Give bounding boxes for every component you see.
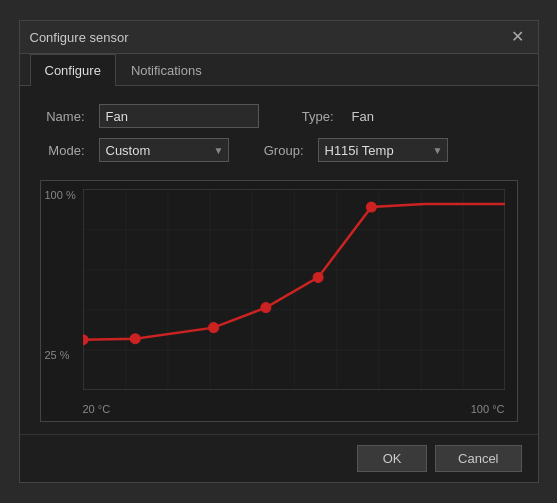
cancel-button[interactable]: Cancel: [435, 445, 521, 472]
configure-sensor-dialog: Configure sensor ✕ Configure Notificatio…: [19, 20, 539, 483]
tab-notifications[interactable]: Notifications: [116, 54, 217, 86]
tab-configure[interactable]: Configure: [30, 54, 116, 86]
x-min-label: 20 °C: [83, 403, 111, 415]
dialog-title: Configure sensor: [30, 30, 129, 45]
title-bar: Configure sensor ✕: [20, 21, 538, 54]
group-select[interactable]: H115i Temp CPU Temp GPU Temp: [318, 138, 448, 162]
close-button[interactable]: ✕: [508, 27, 528, 47]
svg-rect-0: [83, 189, 505, 390]
chart-svg: [83, 189, 505, 390]
name-label: Name:: [40, 109, 85, 124]
tab-bar: Configure Notifications: [20, 54, 538, 86]
name-input[interactable]: [99, 104, 259, 128]
fan-curve-chart[interactable]: 100 % 25 % 20 °C 100 °C: [40, 180, 518, 422]
svg-point-4: [208, 323, 218, 333]
ok-button[interactable]: OK: [357, 445, 427, 472]
group-label: Group:: [259, 143, 304, 158]
mode-group-row: Mode: Custom Fixed Auto ▼ Group: H115i T…: [40, 138, 518, 162]
svg-point-7: [366, 202, 376, 212]
mode-select-wrapper: Custom Fixed Auto ▼: [99, 138, 229, 162]
svg-point-3: [130, 334, 140, 344]
dialog-footer: OK Cancel: [20, 434, 538, 482]
mode-label: Mode:: [40, 143, 85, 158]
svg-point-6: [313, 272, 323, 282]
y-min-label: 25 %: [45, 349, 70, 361]
x-max-label: 100 °C: [471, 403, 505, 415]
svg-point-5: [260, 303, 270, 313]
type-value: Fan: [352, 109, 374, 124]
type-label: Type:: [289, 109, 334, 124]
group-select-wrapper: H115i Temp CPU Temp GPU Temp ▼: [318, 138, 448, 162]
name-type-row: Name: Type: Fan: [40, 104, 518, 128]
configure-content: Name: Type: Fan Mode: Custom Fixed Auto …: [20, 86, 538, 434]
y-max-label: 100 %: [45, 189, 76, 201]
mode-select[interactable]: Custom Fixed Auto: [99, 138, 229, 162]
